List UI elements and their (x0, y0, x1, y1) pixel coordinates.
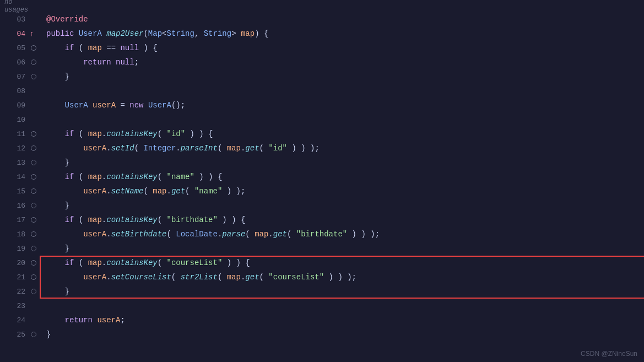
plain-token (46, 172, 65, 181)
plain-token: > (231, 29, 241, 38)
line-number-gutter: no usages 0304↑0506070809101112131415161… (0, 0, 40, 362)
line-number-row: 13 (0, 155, 40, 170)
plain-token: } (46, 244, 69, 253)
method-token: str2List (181, 273, 218, 282)
plain-token: ( (158, 258, 167, 267)
type-token: LocalDate (176, 230, 218, 239)
plain-token: ) ) { (194, 172, 222, 181)
plain-token: ( (166, 230, 176, 239)
breakpoint-icon (28, 287, 36, 296)
breakpoint-icon (28, 273, 36, 282)
breakpoint-icon (28, 187, 36, 196)
code-line: @Override (46, 12, 644, 26)
method-token: get (245, 144, 259, 153)
param-token: map (88, 172, 102, 181)
plain-token: . (176, 144, 180, 153)
line-number-row: 24 (0, 313, 40, 327)
param-token: map (153, 187, 166, 196)
code-line: } (46, 69, 644, 84)
kw-token: return (83, 58, 111, 67)
breakpoint-circle (31, 74, 36, 79)
line-number-row: 21 (0, 270, 40, 284)
watermark-label: CSDN @ZNineSun (581, 350, 637, 358)
null-kw-token: null (120, 44, 139, 52)
param-token: map (255, 230, 268, 239)
code-tokens: if ( map == null ) { (46, 44, 158, 52)
breakpoint-circle (31, 246, 36, 251)
breakpoint-circle (31, 45, 36, 51)
line-number: 06 (13, 58, 25, 67)
breakpoint-circle (31, 145, 36, 151)
param-token: map (88, 215, 102, 224)
type-token: String (204, 29, 231, 38)
line-number: 11 (13, 130, 25, 138)
plain-token: ( (259, 273, 269, 282)
code-line: } (46, 327, 644, 342)
type-token: UserA (65, 101, 88, 110)
breakpoint-circle (31, 274, 36, 280)
breakpoint-circle (31, 203, 36, 208)
code-line (46, 299, 644, 313)
breakpoint-icon (28, 258, 36, 267)
breakpoint-icon (28, 44, 36, 52)
method-token: setCourseList (111, 273, 171, 282)
plain-token (143, 101, 148, 110)
code-line: } (46, 241, 644, 256)
no-usages-label: no usages (4, 0, 40, 12)
line-number-row: 03 (0, 12, 40, 26)
line-number: 03 (13, 15, 25, 24)
annotation-token: @Override (46, 15, 88, 24)
line-number: 23 (13, 302, 25, 310)
param-token: userA (83, 187, 106, 196)
arrow-up-icon: ↑ (30, 30, 34, 38)
code-tokens: } (46, 72, 69, 81)
line-number: 25 (13, 331, 25, 339)
method-token: setBirthdate (111, 230, 167, 239)
code-tokens: if ( map.containsKey( "courseList" ) ) { (46, 258, 250, 267)
plain-token: ( (245, 230, 255, 239)
line-number: 04 (13, 30, 25, 38)
plain-token: ( (74, 215, 88, 224)
plain-token: ; (134, 58, 139, 67)
line-number-row: 07 (0, 69, 40, 84)
plain-token: } (46, 72, 69, 81)
breakpoint-icon (28, 230, 36, 239)
breakpoint-icon (28, 58, 36, 67)
code-editor: no usages 0304↑0506070809101112131415161… (0, 0, 644, 362)
plain-token: ) { (139, 44, 158, 52)
breakpoint-icon (28, 244, 36, 253)
line-number-row: 12 (0, 141, 40, 155)
breakpoint-icon (28, 201, 36, 210)
plain-token: ( (74, 44, 88, 52)
breakpoint-circle (31, 131, 36, 137)
plain-token: . (102, 258, 106, 267)
plain-token (46, 215, 65, 224)
code-lines-area: @Overridepublic UserA map2User(Map<Strin… (40, 0, 644, 362)
line-number: 18 (13, 230, 25, 239)
line-number: 09 (13, 101, 25, 110)
code-line: userA.setCourseList( str2List( map.get( … (46, 270, 644, 284)
line-number: 15 (13, 187, 25, 196)
code-line: userA.setName( map.get( "name" ) ); (46, 184, 644, 198)
kw-token: if (65, 258, 74, 267)
type-token: UserA (148, 101, 171, 110)
param-token: userA (97, 316, 120, 325)
type-token: UserA (79, 29, 102, 38)
plain-token: . (102, 172, 106, 181)
line-number: 13 (13, 159, 25, 167)
line-number: 16 (13, 202, 25, 210)
plain-token: ; (120, 316, 125, 325)
plain-token: ( (158, 215, 167, 224)
method-token: containsKey (106, 129, 157, 138)
string-token: "id" (167, 129, 186, 138)
param-token: map (88, 258, 102, 267)
line-number-row: 15 (0, 184, 40, 198)
plain-token (46, 144, 83, 153)
param-token: userA (93, 101, 116, 110)
code-line: if ( map.containsKey( "id" ) ) { (46, 127, 644, 141)
breakpoint-circle (31, 217, 36, 223)
method-token: get (273, 230, 287, 239)
plain-token: ( (143, 187, 153, 196)
plain-token: . (106, 144, 111, 153)
code-line: if ( map.containsKey( "birthdate" ) ) { (46, 213, 644, 227)
